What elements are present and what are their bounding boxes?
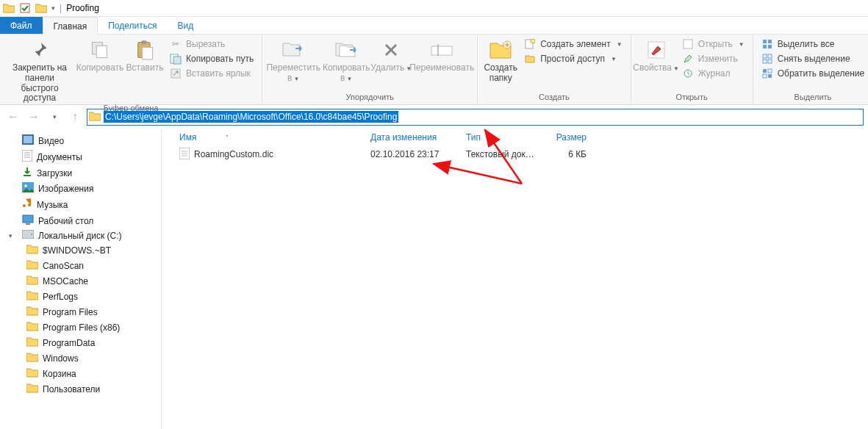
new-folder-button[interactable]: Создать папку <box>482 37 519 84</box>
tab-file[interactable]: Файл <box>0 17 43 34</box>
tab-share[interactable]: Поделиться <box>98 17 167 34</box>
col-date[interactable]: Дата изменения <box>365 132 460 143</box>
paste-shortcut-button[interactable]: Вставить ярлык <box>168 67 256 80</box>
tree-item[interactable]: PerfLogs <box>1 289 159 304</box>
svg-rect-31 <box>22 150 32 162</box>
copy-icon <box>88 38 112 62</box>
tab-view[interactable]: Вид <box>167 17 204 34</box>
svg-rect-23 <box>763 60 767 63</box>
open-button[interactable]: Открыть▼ <box>680 37 747 51</box>
folder-icon <box>3 2 15 14</box>
file-row[interactable]: RoamingCustom.dic02.10.2016 23:17Текстов… <box>162 146 868 162</box>
col-name[interactable]: Имя˄ <box>173 132 365 143</box>
delete-button[interactable]: Удалить▼ <box>373 37 409 84</box>
navigation-pane[interactable]: Видео Документы Загрузки Изображения Муз… <box>0 129 162 429</box>
history-button[interactable]: Журнал <box>680 67 747 80</box>
svg-point-36 <box>24 184 27 187</box>
svg-rect-4 <box>141 40 146 44</box>
downloads-icon <box>22 167 32 179</box>
easy-access-button[interactable]: Простой доступ▼ <box>522 52 624 65</box>
shortcut-icon <box>170 68 182 79</box>
tree-item-music[interactable]: Музыка <box>1 196 159 213</box>
folder-icon <box>26 383 38 395</box>
file-list[interactable]: Имя˄ Дата изменения Тип Размер RoamingCu… <box>162 129 868 429</box>
desktop-icon <box>22 214 34 227</box>
cut-button[interactable]: ✂Вырезать <box>168 37 256 51</box>
window-title: Proofing <box>66 3 99 13</box>
tree-item[interactable]: Windows <box>1 350 159 366</box>
svg-rect-15 <box>684 40 692 48</box>
svg-rect-17 <box>763 40 767 43</box>
pin-to-quick-access-button[interactable]: Закрепить на панели быстрого доступа <box>4 37 75 104</box>
address-bar[interactable]: C:\Users\jevge\AppData\Roaming\Microsoft… <box>87 109 864 126</box>
drive-icon <box>22 230 34 241</box>
qat-checkbox-icon[interactable] <box>19 2 31 14</box>
svg-rect-5 <box>143 48 153 60</box>
svg-rect-24 <box>768 60 772 63</box>
group-open: Открыть <box>636 93 748 103</box>
content-area: Видео Документы Загрузки Изображения Муз… <box>0 129 868 429</box>
selectall-icon <box>761 38 773 50</box>
tree-item-video[interactable]: Видео <box>1 133 159 148</box>
copy-to-button[interactable]: Копировать в▼ <box>321 37 371 84</box>
recent-dropdown[interactable]: ▾ <box>46 108 63 126</box>
forward-button[interactable]: → <box>25 108 43 126</box>
tree-item[interactable]: MSOCache <box>1 273 159 289</box>
svg-rect-18 <box>768 40 772 43</box>
properties-icon <box>645 38 668 62</box>
paste-button[interactable]: Вставить <box>125 37 165 104</box>
copy-path-button[interactable]: Копировать путь <box>168 52 256 65</box>
svg-rect-37 <box>23 215 33 223</box>
newitem-icon <box>524 38 536 50</box>
rename-button[interactable]: Переименовать <box>411 37 473 84</box>
tree-item-desktop[interactable]: Рабочий стол <box>1 213 159 228</box>
col-type[interactable]: Тип <box>460 132 541 143</box>
tree-item[interactable]: ProgramData <box>1 335 159 350</box>
video-icon <box>22 134 34 147</box>
tree-item-downloads[interactable]: Загрузки <box>1 165 159 181</box>
music-icon <box>22 198 32 212</box>
sort-indicator-icon: ˄ <box>226 134 229 141</box>
address-bar-row: ← → ▾ ↑ C:\Users\jevge\AppData\Roaming\M… <box>0 105 868 129</box>
tree-item-localdisk[interactable]: ▾Локальный диск (C:) <box>1 228 159 242</box>
tab-home[interactable]: Главная <box>43 17 98 35</box>
tree-item-documents[interactable]: Документы <box>1 148 159 165</box>
scissors-icon: ✂ <box>170 38 182 50</box>
qat-dropdown-icon[interactable]: ▾ <box>51 4 55 12</box>
folder-icon <box>35 2 47 14</box>
properties-button[interactable]: Свойства▼ <box>636 37 677 81</box>
select-none-button[interactable]: Снять выделение <box>759 52 867 65</box>
titlebar: ▾ | Proofing <box>0 0 868 17</box>
group-organize: Упорядочить <box>267 93 473 103</box>
newfolder-icon <box>489 38 512 62</box>
column-headers[interactable]: Имя˄ Дата изменения Тип Размер <box>162 129 868 146</box>
tree-item[interactable]: Program Files (x86) <box>1 320 159 335</box>
tree-item[interactable]: Program Files <box>1 304 159 320</box>
tree-item[interactable]: Пользователи <box>1 381 159 397</box>
paste-icon <box>133 38 157 62</box>
select-all-button[interactable]: Выделить все <box>759 37 867 51</box>
tree-item-pictures[interactable]: Изображения <box>1 181 159 196</box>
svg-rect-28 <box>768 74 772 78</box>
back-button[interactable]: ← <box>4 108 22 126</box>
copy-button[interactable]: Копировать <box>76 37 123 104</box>
tree-item[interactable]: Корзина <box>1 366 159 381</box>
history-icon <box>682 68 694 79</box>
svg-rect-25 <box>763 69 767 73</box>
pin-icon <box>28 38 51 62</box>
edit-button[interactable]: Изменить <box>680 52 747 65</box>
svg-line-45 <box>434 164 522 184</box>
selectnone-icon <box>761 53 773 65</box>
col-size[interactable]: Размер <box>541 132 592 143</box>
svg-rect-30 <box>24 136 32 143</box>
tree-item[interactable]: $WINDOWS.~BT <box>1 242 159 258</box>
svg-rect-2 <box>96 46 107 57</box>
copyto-icon <box>334 38 358 62</box>
new-item-button[interactable]: Создать элемент▼ <box>522 37 624 51</box>
pictures-icon <box>22 182 34 195</box>
invert-selection-button[interactable]: Обратить выделение <box>759 67 867 80</box>
tree-item[interactable]: CanoScan <box>1 258 159 273</box>
up-button[interactable]: ↑ <box>66 108 84 126</box>
move-to-button[interactable]: Переместить в▼ <box>267 37 320 84</box>
address-text[interactable]: C:\Users\jevge\AppData\Roaming\Microsoft… <box>104 111 398 123</box>
